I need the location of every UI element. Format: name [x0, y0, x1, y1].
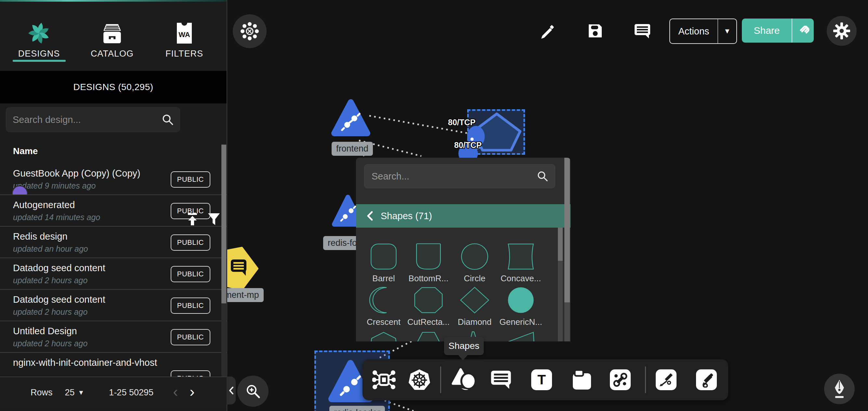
comment-icon — [490, 370, 512, 390]
designs-list: GuestBook App (Copy) (Copy)updated 9 min… — [0, 164, 226, 377]
design-row[interactable]: Datadog seed contentupdated 2 hours agoP… — [0, 258, 226, 290]
node-deployment[interactable] — [224, 246, 259, 290]
comment-tool[interactable] — [490, 370, 512, 390]
design-updated: updated 2 hours ago — [13, 339, 88, 348]
column-header-name[interactable]: Name — [13, 143, 111, 159]
visibility-badge[interactable]: PUBLIC — [171, 370, 210, 377]
sidebar-accent-line — [0, 0, 226, 2]
visibility-badge[interactable]: PUBLIC — [171, 297, 210, 314]
shapes-category-header[interactable]: Shapes (71) — [356, 204, 570, 228]
node-frontend[interactable] — [330, 98, 371, 138]
visibility-badge[interactable]: PUBLIC — [171, 234, 210, 251]
visibility-badge[interactable]: PUBLIC — [171, 329, 210, 345]
node-label-redis-leader: redis-leader — [329, 406, 385, 411]
shape-item-cutrect[interactable]: CutRecta... — [406, 287, 451, 327]
sidebar: DESIGNS CATALOG WA FILTERS — [0, 0, 227, 411]
shape-item-quad[interactable] — [498, 331, 543, 342]
tab-catalog-label: CATALOG — [91, 49, 134, 59]
design-row[interactable]: Redis designupdated an hour agoPUBLIC — [0, 227, 226, 258]
tab-filters[interactable]: WA FILTERS — [152, 10, 217, 70]
dock-divider-2 — [645, 366, 646, 393]
shape-item-circle[interactable]: Circle — [452, 243, 497, 284]
shape-item-crescent[interactable]: Crescent — [361, 287, 406, 327]
wasm-filter-icon: WA — [176, 19, 193, 44]
note-tool[interactable] — [571, 369, 593, 391]
chain-link-icon — [613, 372, 628, 388]
share-button[interactable]: Share — [742, 19, 814, 42]
components-tool[interactable] — [372, 368, 396, 391]
shapes-panel: Shapes (71) BarrelBottomR...CircleConcav… — [356, 158, 570, 342]
zoom-in-icon — [245, 383, 261, 399]
design-updated: updated 2 hours ago — [13, 307, 88, 317]
shape-item-heptagon[interactable] — [361, 331, 406, 342]
sidebar-collapse-handle[interactable] — [226, 377, 236, 405]
design-row[interactable]: nginx-with-init-container-and-vhostPUBLI… — [0, 353, 226, 377]
designs-count-label: DESIGNS (50,295) — [73, 82, 153, 92]
shape-item-genericnode[interactable]: GenericN... — [498, 287, 543, 327]
freehand-tool[interactable] — [696, 370, 717, 390]
shape-item-label: Crescent — [361, 317, 406, 327]
link-tool[interactable] — [610, 370, 631, 390]
shapes-icon — [452, 368, 476, 391]
cluster-context-button[interactable] — [233, 14, 267, 48]
design-search-input[interactable] — [12, 114, 162, 125]
design-row[interactable]: GuestBook App (Copy) (Copy)updated 9 min… — [0, 164, 226, 195]
panel-scrollbar-track[interactable] — [564, 302, 570, 342]
actions-label: Actions — [670, 26, 717, 37]
pagination-bar: Rows 25 ▼ 1-25 50295 ‹ › — [0, 377, 226, 408]
kubernetes-tool[interactable] — [408, 369, 431, 391]
shapes-tool[interactable] — [452, 368, 476, 391]
pencil-swirl-icon — [699, 372, 714, 388]
dock-toolbar: T — [363, 359, 728, 400]
kubernetes-icon — [408, 369, 431, 391]
panel-scrollbar-thumb[interactable] — [564, 158, 570, 302]
shape-item-barrel[interactable]: Barrel — [361, 243, 406, 284]
search-icon — [162, 114, 174, 126]
node-label-frontend: frontend — [332, 142, 373, 156]
search-icon — [537, 170, 549, 182]
design-name: Datadog seed content — [13, 263, 105, 273]
shape-item-concave[interactable]: Concave... — [498, 243, 543, 284]
shapes-tooltip-arrow — [458, 354, 468, 360]
designs-scrollbar-thumb[interactable] — [221, 145, 226, 303]
actions-caret-icon[interactable]: ▼ — [718, 27, 736, 35]
design-row[interactable]: Autogeneratedupdated 14 minutes agoPUBLI… — [0, 195, 226, 227]
shapes-grid-scrollbar-thumb[interactable] — [558, 228, 563, 261]
shape-item-label: Circle — [452, 273, 497, 284]
tab-catalog[interactable]: CATALOG — [80, 10, 145, 70]
gear-icon — [833, 22, 850, 40]
text-tool[interactable]: T — [531, 370, 552, 390]
rows-per-page-value: 25 — [65, 388, 75, 398]
visibility-badge[interactable]: PUBLIC — [171, 171, 210, 187]
shapes-search-input[interactable] — [364, 164, 555, 188]
actions-button[interactable]: Actions ▼ — [670, 19, 737, 44]
settings-button[interactable] — [827, 16, 857, 46]
rows-per-page-select[interactable]: 25 ▼ — [65, 388, 85, 398]
zoom-in-button[interactable] — [237, 376, 269, 407]
design-name: Redis design — [13, 231, 68, 242]
design-name: nginx-with-init-container-and-vhost — [13, 357, 157, 368]
collapse-chevron-icon — [228, 386, 234, 395]
shape-item-bottomround[interactable]: BottomR... — [406, 243, 451, 284]
design-row[interactable]: Untitled Designupdated 2 hours agoPUBLIC — [0, 321, 226, 353]
pen-nib-icon — [831, 379, 848, 399]
shapes-search-field[interactable] — [371, 171, 537, 182]
kanvas-app: frontend 80/TCP 80/TCP redis-fo — [0, 0, 868, 411]
tab-filters-label: FILTERS — [165, 49, 203, 59]
design-name: Untitled Design — [13, 326, 77, 336]
edge-label-1: 80/TCP — [448, 118, 475, 127]
design-row[interactable]: Datadog seed contentupdated 2 hours agoP… — [0, 290, 226, 321]
shapes-category-label: Shapes (71) — [381, 211, 432, 222]
visibility-badge[interactable]: PUBLIC — [171, 203, 210, 219]
catalog-archive-icon — [101, 19, 123, 44]
rows-per-page-label: Rows — [31, 388, 53, 398]
copy-link-icon[interactable] — [792, 24, 814, 37]
shape-item-label: GenericN... — [498, 317, 543, 327]
visibility-badge[interactable]: PUBLIC — [171, 266, 210, 282]
edge-pen-tool[interactable] — [656, 370, 677, 390]
shape-item-diamond[interactable]: Diamond — [452, 287, 497, 327]
component-chip-icon — [372, 368, 396, 391]
tab-designs-label: DESIGNS — [18, 49, 60, 59]
design-search-box[interactable] — [6, 107, 180, 132]
pen-mode-button[interactable] — [824, 374, 855, 404]
